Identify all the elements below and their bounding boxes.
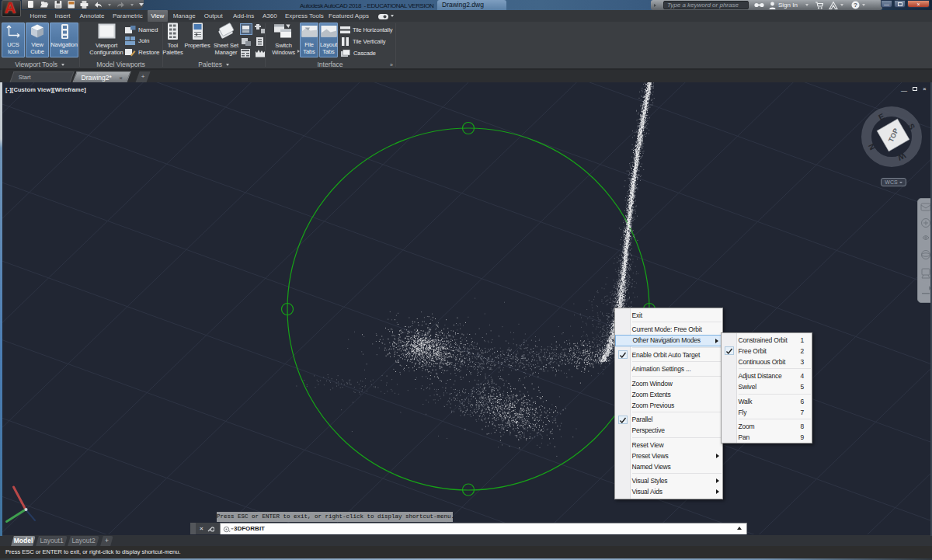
svg-text:?: ? — [854, 2, 857, 9]
